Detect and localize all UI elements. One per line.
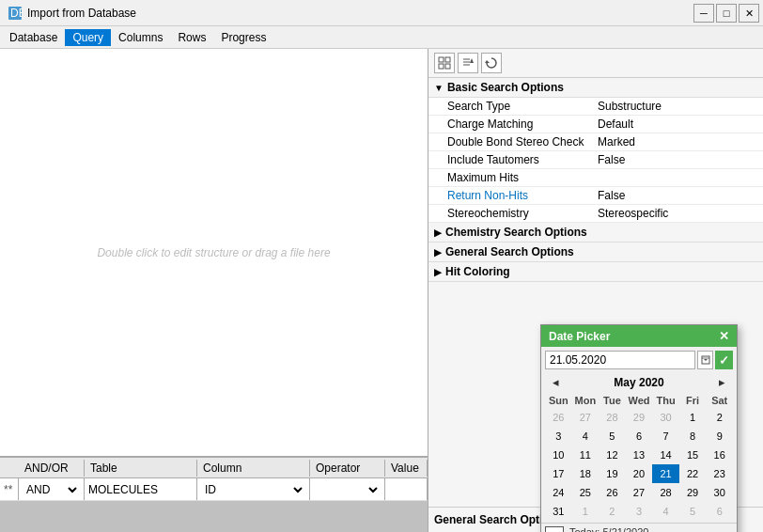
option-label-max-hits: Maximum Hits <box>447 171 598 184</box>
calendar-day-w4d4[interactable]: 28 <box>652 483 679 502</box>
calendar-day-w5d0[interactable]: 31 <box>545 502 572 521</box>
today-indicator <box>545 526 564 532</box>
table-header: AND/OR Table Column Operator Value <box>0 458 428 478</box>
column-cell[interactable]: ID <box>197 478 310 500</box>
calendar-day-w3d0[interactable]: 17 <box>545 464 572 483</box>
calendar-day-w1d6[interactable]: 9 <box>706 427 733 446</box>
calendar-day-w5d5[interactable]: 5 <box>679 502 707 521</box>
table-row: ** AND OR MOLECULES ID <box>0 478 428 501</box>
calendar-day-w3d1[interactable]: 18 <box>572 464 600 483</box>
andor-select[interactable]: AND OR <box>23 482 80 497</box>
menu-database[interactable]: Database <box>2 29 65 46</box>
basic-search-options-body: Search Type Substructure Charge Matching… <box>428 98 763 223</box>
title-bar-text: Import from Database <box>27 7 136 20</box>
andor-cell[interactable]: AND OR <box>19 478 85 500</box>
svg-marker-9 <box>470 58 474 63</box>
value-cell[interactable] <box>385 478 428 500</box>
calendar-day-w5d2[interactable]: 2 <box>599 502 626 521</box>
calendar-day-w2d0[interactable]: 10 <box>545 446 572 464</box>
date-picker-calendar: ◂ May 2020 ▸ Sun Mon Tue Wed Thu Fri Sat… <box>541 371 737 523</box>
calendar-day-w3d6[interactable]: 23 <box>706 464 733 483</box>
chemistry-search-chevron <box>434 227 442 238</box>
date-picker-next-month[interactable]: ▸ <box>715 375 729 389</box>
basic-search-section-header[interactable]: Basic Search Options <box>428 78 763 98</box>
reset-icon-btn[interactable] <box>481 53 502 73</box>
calendar-day-w4d5[interactable]: 29 <box>679 483 707 502</box>
option-label-return-non-hits[interactable]: Return Non-Hits <box>447 189 598 202</box>
svg-marker-13 <box>704 359 708 361</box>
date-picker-input[interactable] <box>545 351 695 369</box>
calendar-day-w3d2[interactable]: 19 <box>599 464 626 483</box>
col-header-column: Column <box>197 460 310 477</box>
menu-bar: Database Query Columns Rows Progress <box>0 26 763 49</box>
title-bar: DB Import from Database ─ □ ✕ <box>0 0 763 26</box>
calendar-day-w2d6[interactable]: 16 <box>706 446 733 464</box>
minimize-button[interactable]: ─ <box>693 4 714 23</box>
menu-rows[interactable]: Rows <box>170 29 213 46</box>
calendar-day-w5d6[interactable]: 6 <box>706 502 733 521</box>
calendar-day-w5d1[interactable]: 1 <box>572 502 600 521</box>
option-search-type: Search Type Substructure <box>428 98 763 116</box>
hit-coloring-chevron <box>434 267 442 277</box>
sketch-area[interactable]: Double click to edit structure or drag a… <box>0 49 428 457</box>
calendar-day-w0d1[interactable]: 27 <box>572 408 600 427</box>
col-header-value: Value <box>385 460 428 477</box>
calendar-day-w0d2[interactable]: 28 <box>599 408 626 427</box>
option-label-charge: Charge Matching <box>447 117 598 131</box>
calendar-day-w0d4[interactable]: 30 <box>652 408 679 427</box>
hit-coloring-section-header[interactable]: Hit Coloring <box>428 262 763 282</box>
calendar-day-w4d3[interactable]: 27 <box>626 483 653 502</box>
column-select[interactable]: ID <box>201 482 305 497</box>
calendar-day-w1d4[interactable]: 7 <box>652 427 679 446</box>
calendar-day-w5d4[interactable]: 4 <box>652 502 679 521</box>
calendar-day-w3d5[interactable]: 22 <box>679 464 707 483</box>
date-picker-close-button[interactable]: ✕ <box>719 329 729 343</box>
calendar-day-w2d2[interactable]: 12 <box>599 446 626 464</box>
svg-marker-10 <box>485 60 490 63</box>
calendar-day-w1d3[interactable]: 6 <box>626 427 653 446</box>
date-picker-today-row: Today: 5/21/2020 <box>541 523 737 532</box>
date-picker-confirm-button[interactable]: ✓ <box>715 351 733 369</box>
calendar-day-w1d1[interactable]: 4 <box>572 427 600 446</box>
operator-cell[interactable] <box>310 478 385 500</box>
calendar-day-w4d0[interactable]: 24 <box>545 483 572 502</box>
grid-icon-btn[interactable] <box>434 53 455 73</box>
calendar-day-w2d1[interactable]: 11 <box>572 446 600 464</box>
close-button[interactable]: ✕ <box>739 4 759 23</box>
calendar-day-w2d3[interactable]: 13 <box>626 446 653 464</box>
basic-search-label: Basic Search Options <box>447 81 564 94</box>
calendar-day-w1d5[interactable]: 8 <box>679 427 707 446</box>
calendar-day-w3d4[interactable]: 21 <box>652 464 679 483</box>
calendar-day-w1d0[interactable]: 3 <box>545 427 572 446</box>
calendar-day-w4d2[interactable]: 26 <box>599 483 626 502</box>
calendar-day-w2d4[interactable]: 14 <box>652 446 679 464</box>
calendar-day-w0d6[interactable]: 2 <box>706 408 733 427</box>
calendar-day-w0d5[interactable]: 1 <box>679 408 707 427</box>
maximize-button[interactable]: □ <box>716 4 737 23</box>
day-header-sun: Sun <box>545 393 572 408</box>
calendar-day-w0d3[interactable]: 29 <box>626 408 653 427</box>
sort-icon-btn[interactable] <box>458 53 478 73</box>
date-picker-month-label: May 2020 <box>614 376 663 389</box>
general-search-section-header[interactable]: General Search Options <box>428 243 763 262</box>
calendar-day-w0d0[interactable]: 26 <box>545 408 572 427</box>
menu-columns[interactable]: Columns <box>111 29 170 46</box>
menu-progress[interactable]: Progress <box>213 29 273 46</box>
calendar-day-w3d3[interactable]: 20 <box>626 464 653 483</box>
date-picker-dropdown-button[interactable] <box>697 351 713 369</box>
operator-select[interactable] <box>314 482 381 497</box>
option-value-double-bond: Marked <box>598 135 635 149</box>
menu-query[interactable]: Query <box>65 29 111 46</box>
table-cell: MOLECULES <box>85 478 197 500</box>
calendar-day-w2d5[interactable]: 15 <box>679 446 707 464</box>
date-picker-prev-month[interactable]: ◂ <box>549 375 563 389</box>
day-header-wed: Wed <box>626 393 653 408</box>
chemistry-search-section-header[interactable]: Chemistry Search Options <box>428 223 763 243</box>
calendar-day-w4d6[interactable]: 30 <box>706 483 733 502</box>
calendar-dropdown-icon <box>701 355 710 365</box>
calendar-day-w5d3[interactable]: 3 <box>626 502 653 521</box>
calendar-day-w4d1[interactable]: 25 <box>572 483 600 502</box>
calendar-day-w1d2[interactable]: 5 <box>599 427 626 446</box>
option-label-stereo: Stereochemistry <box>447 207 598 220</box>
today-label: Today: 5/21/2020 <box>569 526 648 532</box>
